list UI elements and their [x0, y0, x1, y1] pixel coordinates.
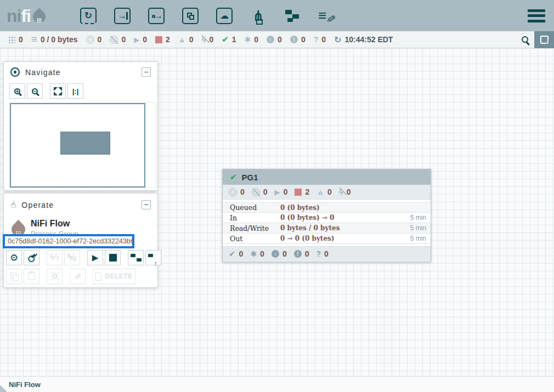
refresh-icon	[334, 35, 341, 45]
input-port-draggable[interactable]: →	[111, 5, 133, 26]
process-group-draggable[interactable]	[179, 5, 201, 26]
delete-button-label: DELETE	[105, 272, 132, 280]
birdseye-minimap[interactable]	[9, 103, 156, 188]
last-refresh-time: 10:44:52 EDT	[344, 35, 393, 44]
enable-button[interactable]: ϟ	[47, 250, 63, 265]
zoom-fit-button[interactable]	[50, 83, 66, 99]
trash-icon	[95, 274, 101, 281]
status-running: 0	[134, 35, 147, 44]
zoom-in-icon: +	[14, 88, 20, 94]
invalid-icon	[201, 35, 206, 44]
app-header: nifi ↻ → → ☁ ⋔	[0, 0, 554, 31]
status-warning: 0	[178, 35, 194, 44]
disable-button[interactable]: ϟ	[64, 250, 80, 265]
zoom-out-button[interactable]: −	[27, 83, 43, 99]
stat-row-out: Out 0 → 0 (0 bytes) 5 min	[223, 234, 431, 244]
save-template-button[interactable]	[128, 250, 144, 265]
transmitting-icon	[86, 36, 94, 44]
stop-button[interactable]	[105, 250, 121, 265]
status-locally-modified: 0	[290, 35, 306, 44]
status-refresh[interactable]: 10:44:52 EDT	[334, 35, 393, 45]
stopped-icon	[155, 36, 162, 43]
locally-modified-icon	[290, 36, 298, 43]
not-transmitting-icon	[110, 36, 118, 44]
funnel-draggable[interactable]: ⋔	[247, 5, 269, 26]
queued-list-icon	[31, 36, 37, 43]
change-color-button[interactable]	[70, 269, 86, 284]
input-port-icon: →	[114, 8, 131, 24]
logo-text-ni: ni	[7, 7, 21, 25]
status-sync-failure: 0	[314, 35, 326, 44]
pg-footer-sync-failure: 0	[316, 249, 329, 258]
funnel-icon: ⋔	[252, 9, 264, 23]
operate-collapse-button[interactable]	[142, 200, 151, 209]
start-button[interactable]	[87, 250, 103, 265]
operate-buttons-row-1: ϟ ϟ	[6, 250, 161, 265]
pg-badge-transmitting: 0	[229, 188, 245, 196]
running-icon	[275, 188, 280, 196]
stat-row-in: In 0 (0 bytes) → 0 5 min	[223, 213, 431, 223]
not-transmitting-icon	[252, 188, 260, 196]
upload-template-icon	[148, 253, 159, 262]
access-policies-button[interactable]	[24, 250, 39, 265]
upload-template-button[interactable]	[145, 250, 161, 265]
flow-id-highlight-box: 0c75d8df-0162-1000-ef72-2ecd332243b6	[3, 234, 134, 248]
key-icon	[26, 253, 36, 263]
global-menu-button[interactable]	[528, 9, 545, 22]
status-up-to-date: 0	[267, 35, 282, 44]
template-icon	[285, 10, 299, 22]
invalid-icon	[339, 188, 343, 197]
sync-failure-icon	[316, 249, 321, 258]
label-draggable[interactable]	[315, 5, 337, 26]
output-port-icon: →	[148, 8, 165, 24]
process-group-name: PG1	[242, 173, 258, 182]
delete-button[interactable]: DELETE	[93, 269, 135, 284]
pg-badge-warning: 0	[316, 188, 332, 196]
processor-draggable[interactable]: ↻	[77, 5, 99, 26]
operate-panel: Operate NiFi Flow Process Group 0c75d8df…	[3, 193, 158, 288]
bulletin-board-button[interactable]	[534, 31, 554, 48]
enable-bolt-icon: ϟ	[50, 253, 59, 263]
paste-button[interactable]	[24, 269, 39, 284]
warning-icon	[316, 188, 324, 196]
cluster-grid-icon	[8, 36, 15, 43]
group-button[interactable]	[47, 269, 63, 284]
process-group-stats: Queued 0 (0 bytes) In 0 (0 bytes) → 0 5 …	[223, 200, 431, 246]
navigate-panel-title: Navigate	[25, 68, 61, 77]
save-template-icon	[131, 253, 142, 262]
valid-check-icon	[230, 172, 237, 182]
template-draggable[interactable]	[281, 5, 303, 26]
valid-icon	[229, 249, 236, 259]
zoom-actual-size-button[interactable]	[67, 83, 83, 99]
hamburger-menu-icon	[528, 9, 545, 12]
nifi-application: nifi ↻ → → ☁ ⋔ 0 0 / 0 bytes 0 0 0 2 0 0…	[0, 0, 554, 392]
status-transmitting: 0	[86, 35, 102, 44]
output-port-draggable[interactable]: →	[145, 5, 167, 26]
remote-process-group-draggable[interactable]: ☁	[213, 5, 235, 26]
configuration-button[interactable]	[6, 250, 22, 265]
valid-icon	[222, 35, 229, 44]
search-button[interactable]	[516, 31, 534, 48]
operate-buttons-row-2: DELETE	[6, 269, 135, 284]
zoom-in-button[interactable]: +	[9, 83, 25, 99]
navigate-panel-header: Navigate	[4, 62, 157, 81]
label-icon	[318, 8, 335, 24]
pg-badge-stopped: 2	[295, 188, 309, 196]
pg-footer-disabled: 0	[250, 249, 264, 258]
breadcrumb-nifi-flow[interactable]: NiFi Flow	[9, 380, 41, 389]
pg-badge-running: 0	[275, 188, 288, 196]
compass-icon	[10, 67, 20, 77]
fit-icon	[54, 87, 62, 95]
zoom-out-icon: −	[32, 88, 38, 94]
up-to-date-icon	[267, 36, 274, 43]
process-group-component[interactable]: PG1 0 0 0 2 0 0 Queued 0 (0 bytes) In 0 …	[222, 169, 431, 262]
navigate-collapse-button[interactable]	[142, 67, 151, 77]
sync-failure-icon	[314, 35, 319, 44]
flow-id-value: 0c75d8df-0162-1000-ef72-2ecd332243b6	[5, 237, 134, 245]
locally-modified-icon	[294, 250, 302, 258]
pg-badge-invalid: 0	[339, 188, 351, 197]
selected-flow-name: NiFi Flow	[31, 218, 78, 229]
copy-button[interactable]	[6, 269, 22, 284]
status-connected-nodes: 0	[8, 35, 23, 44]
gear-icon	[10, 252, 18, 264]
